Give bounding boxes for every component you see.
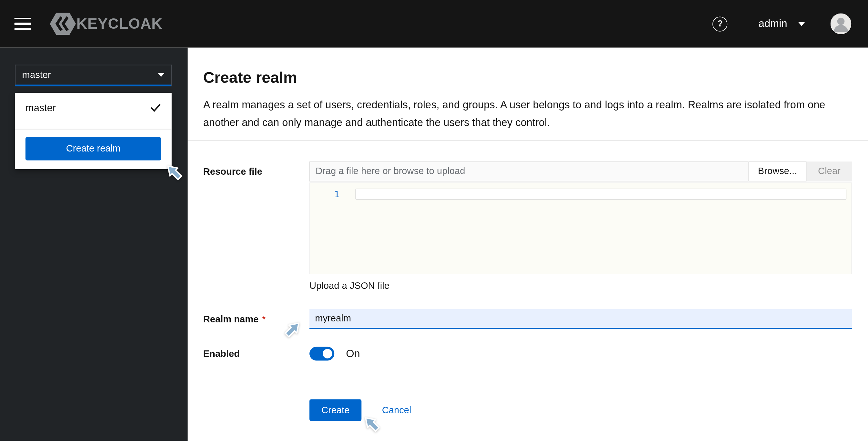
caret-down-icon	[158, 73, 164, 77]
cancel-link[interactable]: Cancel	[382, 405, 411, 415]
keycloak-logo-icon	[50, 12, 76, 35]
enabled-row: Enabled On	[203, 347, 852, 361]
hamburger-menu-icon[interactable]	[14, 18, 33, 30]
dropdown-divider	[15, 129, 172, 130]
form-actions: Create Cancel	[309, 399, 852, 421]
required-indicator: *	[262, 314, 266, 325]
realm-option-master[interactable]: master	[15, 93, 172, 123]
realm-selector-value: master	[22, 69, 51, 80]
page-description: A realm manages a set of users, credenti…	[203, 96, 840, 131]
main-content: Create realm A realm manages a set of us…	[188, 48, 868, 441]
resource-file-field: Browse... Clear 1 Upload a JSON file	[309, 162, 852, 292]
create-realm-form: Resource file Browse... Clear 1 Upload a…	[203, 162, 852, 421]
enabled-toggle[interactable]	[309, 347, 334, 361]
avatar[interactable]	[830, 13, 851, 34]
resource-file-label: Resource file	[203, 162, 309, 292]
sidebar: master master Create realm	[0, 48, 188, 441]
create-realm-menu-button[interactable]: Create realm	[26, 137, 161, 160]
editor-input-line[interactable]	[355, 189, 846, 200]
toggle-state-label: On	[346, 347, 360, 360]
realm-name-input[interactable]	[309, 309, 852, 329]
create-button[interactable]: Create	[309, 399, 362, 421]
keycloak-logo-text: KEYCLOAK	[76, 15, 163, 32]
page-title: Create realm	[203, 66, 852, 90]
upload-helper-text: Upload a JSON file	[309, 280, 852, 292]
enabled-label: Enabled	[203, 348, 309, 359]
masthead: KEYCLOAK ? admin	[0, 0, 868, 48]
file-upload-bar: Browse... Clear	[309, 162, 852, 181]
enabled-field: On	[309, 347, 852, 361]
help-icon[interactable]: ?	[712, 16, 727, 31]
annotation-arrow	[282, 318, 304, 340]
hamburger-bar	[14, 23, 31, 25]
realm-dropdown-menu: master Create realm	[15, 93, 172, 169]
clear-button[interactable]: Clear	[807, 162, 852, 181]
realm-name-field	[309, 309, 852, 329]
file-upload-filename-input[interactable]	[309, 162, 748, 181]
realm-option-label: master	[26, 102, 56, 114]
check-icon	[149, 102, 162, 113]
realm-selector-toggle[interactable]: master	[15, 65, 172, 87]
toggle-knob	[323, 349, 332, 359]
json-editor[interactable]: 1	[309, 182, 852, 274]
application-window: KEYCLOAK ? admin master	[0, 0, 868, 441]
caret-down-icon	[798, 22, 805, 26]
avatar-icon	[830, 13, 851, 34]
header-right: ? admin	[712, 13, 851, 34]
browse-button[interactable]: Browse...	[748, 162, 806, 181]
resource-file-row: Resource file Browse... Clear 1 Upload a…	[203, 162, 852, 292]
hamburger-bar	[14, 28, 31, 30]
section-divider	[188, 141, 868, 141]
hamburger-bar	[14, 18, 31, 19]
editor-line-number: 1	[310, 183, 339, 200]
keycloak-logo[interactable]: KEYCLOAK	[50, 12, 162, 35]
annotation-arrow	[163, 161, 185, 183]
user-menu-button[interactable]: admin	[758, 18, 805, 30]
user-name: admin	[758, 18, 787, 30]
annotation-arrow	[361, 413, 383, 435]
